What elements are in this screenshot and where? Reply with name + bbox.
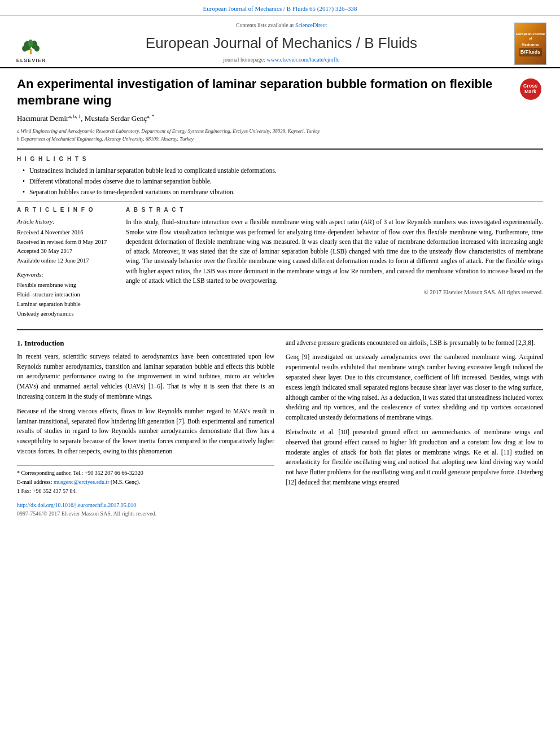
highlights-label: H I G H L I G H T S: [17, 155, 543, 163]
highlight-item-3: Separation bubbles cause to time-depende…: [23, 187, 543, 196]
abstract-text: In this study, fluid–structure interacti…: [126, 217, 543, 286]
journal-homepage: journal homepage: www.elsevier.com/locat…: [223, 56, 340, 64]
divider-after-highlights: [17, 201, 543, 202]
intro-heading: 1. Introduction: [17, 338, 274, 348]
contents-line: Contents lists available at ScienceDirec…: [236, 21, 327, 29]
svg-point-5: [34, 45, 39, 51]
intro-paragraph-1: In recent years, scientific surveys rela…: [17, 352, 274, 457]
affiliation-b: b Department of Mechanical Engineering, …: [17, 136, 543, 143]
journal-header: ELSEVIER Contents lists available at Sci…: [0, 16, 560, 68]
elsevier-logo-img: [16, 39, 47, 56]
author1-superscript: a, b, 1: [68, 113, 81, 119]
svg-point-3: [28, 40, 33, 47]
svg-point-4: [22, 45, 27, 51]
article-info-label: A R T I C L E I N F O: [17, 206, 116, 214]
received-date: Received 4 November 2016 Received in rev…: [17, 228, 116, 266]
article-history: Article history: Received 4 November 201…: [17, 217, 116, 266]
sciencedirect-link[interactable]: ScienceDirect: [295, 22, 327, 28]
email-footnote: E-mail address: musgenc@erciyes.edu.tr (…: [17, 478, 274, 486]
author1-name: Hacımurat Demir: [17, 115, 68, 123]
fax-footnote: 1 Fax: +90 352 437 57 84.: [17, 487, 274, 495]
cover-title2: Mechanics: [522, 42, 539, 47]
authors-line: Hacımurat Demira, b, 1, Mustafa Serdar G…: [17, 113, 543, 124]
abstract-label: A B S T R A C T: [126, 206, 543, 214]
divider-after-abstract: [17, 329, 543, 330]
crossmark-icon: CrossMark: [520, 78, 541, 100]
elsevier-brand-label: ELSEVIER: [16, 57, 46, 64]
article-info-column: A R T I C L E I N F O Article history: R…: [17, 206, 116, 323]
svg-rect-0: [30, 49, 32, 54]
highlights-list: Unsteadiness included in laminar separat…: [23, 166, 543, 196]
abstract-column: A B S T R A C T In this study, fluid–str…: [126, 206, 543, 323]
divider-after-affiliations: [17, 148, 543, 150]
history-label: Article history:: [17, 217, 116, 226]
body-content: 1. Introduction In recent years, scienti…: [17, 338, 543, 518]
intro-right-text: and adverse pressure gradients encounter…: [286, 338, 543, 488]
top-banner: European Journal of Mechanics / B Fluids…: [0, 0, 560, 16]
elsevier-tree-icon: [19, 40, 44, 55]
email-link[interactable]: musgenc@erciyes.edu.tr: [54, 479, 110, 485]
cover-title3: B/Fluids: [519, 48, 542, 56]
doi-section: http://dx.doi.org/10.1016/j.euromechflu.…: [17, 500, 274, 518]
highlight-item-1: Unsteadiness included in laminar separat…: [23, 166, 543, 175]
crossmark-badge[interactable]: CrossMark: [518, 76, 543, 102]
article-title: An experimental investigation of laminar…: [17, 76, 512, 108]
article-info-abstract: A R T I C L E I N F O Article history: R…: [17, 206, 543, 323]
body-right-column: and adverse pressure gradients encounter…: [286, 338, 543, 518]
journal-cover-image: European Journal of Mechanics B/Fluids: [514, 23, 546, 65]
cover-title1: European Journal of: [515, 32, 546, 41]
doi-link[interactable]: http://dx.doi.org/10.1016/j.euromechflu.…: [17, 502, 136, 508]
highlight-item-2: Different vibrational modes observe due …: [23, 177, 543, 186]
affiliations: a Wind Engineering and Aerodynamic Resea…: [17, 128, 543, 143]
journal-cover: European Journal of Mechanics B/Fluids: [512, 20, 549, 67]
article-title-section: An experimental investigation of laminar…: [17, 76, 543, 108]
elsevier-logo-section: ELSEVIER: [11, 20, 51, 67]
author2-superscript: a, *: [147, 113, 154, 119]
issn-copyright: 0997-7546/© 2017 Elsevier Masson SAS. Al…: [17, 510, 274, 518]
keywords-list: Flexible membrane wing Fluid–structure i…: [17, 281, 116, 318]
author2-name: Mustafa Serdar Genç: [85, 115, 147, 123]
corresponding-footnote: * Corresponding author. Tel.: +90 352 20…: [17, 469, 274, 477]
abstract-copyright: © 2017 Elsevier Masson SAS. All rights r…: [126, 289, 543, 297]
journal-title: European Journal of Mechanics / B Fluids: [146, 33, 417, 53]
footnotes-section: * Corresponding author. Tel.: +90 352 20…: [17, 465, 274, 495]
journal-header-center: Contents lists available at ScienceDirec…: [51, 20, 512, 67]
journal-homepage-link[interactable]: www.elsevier.com/locate/ejmflu: [266, 56, 339, 63]
keywords-label: Keywords:: [17, 270, 116, 279]
main-content: An experimental investigation of laminar…: [0, 68, 560, 529]
body-left-column: 1. Introduction In recent years, scienti…: [17, 338, 274, 518]
journal-reference-link[interactable]: European Journal of Mechanics / B Fluids…: [203, 5, 357, 12]
affiliation-a: a Wind Engineering and Aerodynamic Resea…: [17, 128, 543, 135]
keywords-section: Keywords: Flexible membrane wing Fluid–s…: [17, 270, 116, 319]
